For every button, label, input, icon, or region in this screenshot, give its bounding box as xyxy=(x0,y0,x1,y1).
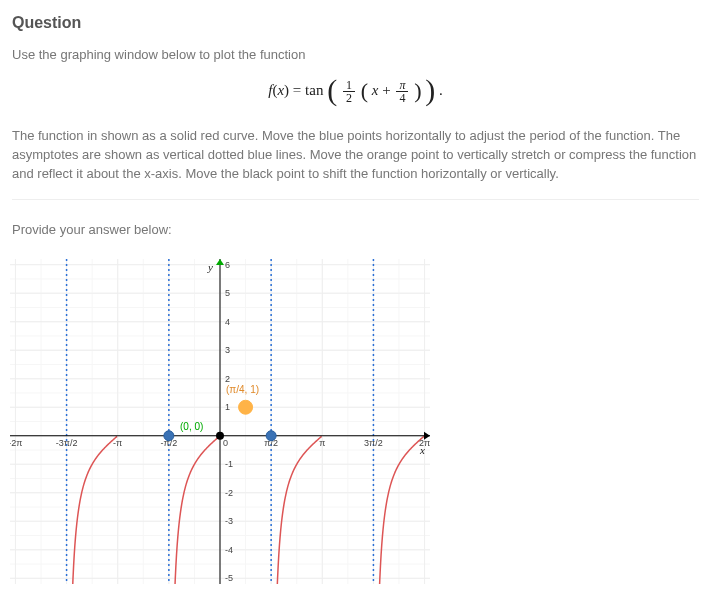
svg-text:-2π: -2π xyxy=(10,438,23,448)
svg-text:5: 5 xyxy=(225,289,230,299)
function-formula: f(x) = tan ( 12 ( x + π4 ) ) . xyxy=(12,75,699,109)
svg-text:-3: -3 xyxy=(225,517,233,527)
black-point[interactable] xyxy=(216,432,224,440)
svg-text:-2: -2 xyxy=(225,488,233,498)
blue-point[interactable] xyxy=(164,431,174,441)
formula-func: tan xyxy=(305,82,323,98)
svg-text:1: 1 xyxy=(225,403,230,413)
svg-text:-4: -4 xyxy=(225,545,233,555)
svg-text:6: 6 xyxy=(225,260,230,270)
svg-text:0: 0 xyxy=(223,438,228,448)
formula-plus: + xyxy=(378,82,394,98)
black-point-label: (0, 0) xyxy=(180,421,203,432)
question-description: The function in shown as a solid red cur… xyxy=(12,127,699,184)
question-heading: Question xyxy=(12,14,699,32)
formula-frac1: 12 xyxy=(343,79,355,104)
svg-text:-π: -π xyxy=(113,438,122,448)
formula-inner-close: ) xyxy=(414,78,421,104)
formula-equals: = xyxy=(289,82,305,98)
y-axis-arrow xyxy=(216,259,224,265)
provide-label: Provide your answer below: xyxy=(12,222,699,237)
formula-inner-open: ( xyxy=(361,78,368,104)
svg-text:4: 4 xyxy=(225,317,230,327)
svg-text:-5: -5 xyxy=(225,574,233,584)
question-intro: Use the graphing window below to plot th… xyxy=(12,46,699,65)
svg-text:-1: -1 xyxy=(225,460,233,470)
svg-text:x: x xyxy=(419,444,425,456)
svg-text:-3π/2: -3π/2 xyxy=(56,438,78,448)
formula-frac2: π4 xyxy=(396,79,408,104)
svg-text:3: 3 xyxy=(225,346,230,356)
svg-text:3π/2: 3π/2 xyxy=(364,438,383,448)
formula-trail: . xyxy=(439,82,443,98)
graphing-window[interactable]: -2π-3π/2-π-π/20π/2π3π/22π654321-1-2-3-4-… xyxy=(10,259,430,584)
blue-point[interactable] xyxy=(266,431,276,441)
svg-text:2: 2 xyxy=(225,374,230,384)
formula-outer-close: ) xyxy=(425,73,435,107)
orange-point[interactable] xyxy=(239,401,253,415)
separator xyxy=(12,199,699,200)
svg-text:y: y xyxy=(207,261,213,273)
orange-point-label: (π/4, 1) xyxy=(226,384,259,395)
svg-text:π: π xyxy=(319,438,325,448)
formula-outer-open: ( xyxy=(327,73,337,107)
